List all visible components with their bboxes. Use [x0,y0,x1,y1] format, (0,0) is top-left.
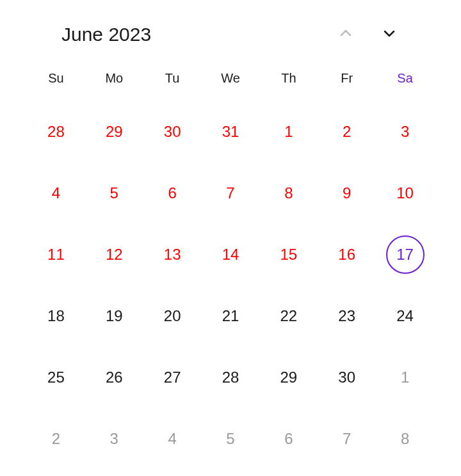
day-cell[interactable]: 20 [143,285,202,347]
day-cell[interactable]: 5 [202,408,260,470]
day-number: 3 [110,430,118,448]
month-year-title: June 2023 [61,24,151,45]
day-cell[interactable]: 12 [85,224,143,285]
chevron-up-icon [338,26,353,43]
weekday-label: Su [27,61,85,101]
day-number: 1 [401,369,409,386]
day-number: 2 [52,430,60,448]
day-cell[interactable]: 9 [318,163,376,224]
days-grid: 2829303112345678910111213141516171819202… [27,101,434,470]
day-cell[interactable]: 22 [259,285,318,347]
day-cell[interactable]: 1 [259,101,318,163]
day-cell[interactable]: 29 [85,101,143,163]
day-number: 1 [284,123,293,141]
day-number: 25 [47,369,65,386]
day-number: 24 [396,307,414,325]
day-number: 6 [284,430,293,448]
weekday-label: Mo [85,61,143,101]
day-cell[interactable]: 29 [259,347,318,408]
chevron-down-icon [382,26,397,43]
prev-month-button[interactable] [336,23,356,45]
day-cell[interactable]: 3 [376,101,434,163]
day-cell[interactable]: 30 [318,347,376,408]
weekday-label: Th [259,61,318,101]
day-cell[interactable]: 4 [143,408,202,470]
day-number: 2 [343,123,351,141]
day-cell[interactable]: 25 [27,347,85,408]
day-cell[interactable]: 15 [259,224,318,285]
day-number: 27 [164,369,181,386]
day-number: 21 [222,307,239,325]
day-cell[interactable]: 7 [318,408,376,470]
day-number: 30 [338,369,355,386]
day-number: 12 [106,246,123,264]
day-number: 7 [226,184,234,202]
weekday-label: Sa [376,61,434,101]
day-cell[interactable]: 5 [85,163,143,224]
day-cell[interactable]: 18 [27,285,85,347]
weekday-label: Tu [143,61,202,101]
day-cell[interactable]: 3 [85,408,143,470]
calendar-widget: June 2023 SuMoTuWeThFrSa 282930311234567… [27,18,434,470]
day-cell[interactable]: 28 [202,347,260,408]
day-cell[interactable]: 10 [376,163,434,224]
day-cell[interactable]: 14 [202,224,260,285]
weekday-row: SuMoTuWeThFrSa [27,61,434,101]
day-number: 29 [280,369,298,386]
day-number: 8 [284,184,293,202]
day-number: 6 [168,184,176,202]
day-number: 4 [168,430,176,448]
day-cell[interactable]: 28 [27,101,85,163]
day-cell[interactable]: 31 [202,101,260,163]
day-number: 11 [47,246,65,264]
day-number: 31 [222,123,239,141]
day-cell[interactable]: 30 [143,101,202,163]
calendar-header: June 2023 [27,18,434,61]
weekday-label: We [202,61,260,101]
day-number: 14 [222,246,239,264]
day-number: 9 [343,184,351,202]
day-cell[interactable]: 19 [85,285,143,347]
day-number: 7 [343,430,351,448]
day-cell[interactable]: 4 [27,163,85,224]
day-number: 18 [47,307,65,325]
day-cell[interactable]: 26 [85,347,143,408]
day-number: 8 [401,430,409,448]
day-number: 22 [280,307,298,325]
day-number: 20 [164,307,181,325]
day-cell[interactable]: 6 [143,163,202,224]
day-cell[interactable]: 6 [259,408,318,470]
day-number: 23 [338,307,355,325]
day-cell[interactable]: 8 [376,408,434,470]
day-number: 26 [106,369,123,386]
day-number: 17 [396,246,414,264]
day-number: 10 [396,184,414,202]
day-number: 28 [222,369,239,386]
weekday-label: Fr [318,61,376,101]
day-cell[interactable]: 23 [318,285,376,347]
day-number: 15 [280,246,298,264]
day-number: 5 [226,430,234,448]
day-cell[interactable]: 17 [376,224,434,285]
day-number: 13 [164,246,181,264]
day-cell[interactable]: 24 [376,285,434,347]
day-cell[interactable]: 7 [202,163,260,224]
day-cell[interactable]: 2 [318,101,376,163]
day-number: 5 [110,184,118,202]
day-cell[interactable]: 27 [143,347,202,408]
day-number: 30 [164,123,181,141]
day-cell[interactable]: 16 [318,224,376,285]
day-cell[interactable]: 1 [376,347,434,408]
day-number: 3 [401,123,409,141]
day-number: 19 [106,307,123,325]
day-cell[interactable]: 11 [27,224,85,285]
day-cell[interactable]: 13 [143,224,202,285]
day-cell[interactable]: 8 [259,163,318,224]
day-number: 4 [52,184,60,202]
day-number: 16 [338,246,355,264]
day-cell[interactable]: 21 [202,285,260,347]
month-nav [336,23,400,45]
day-cell[interactable]: 2 [27,408,85,470]
next-month-button[interactable] [379,23,400,45]
day-number: 28 [47,123,65,141]
